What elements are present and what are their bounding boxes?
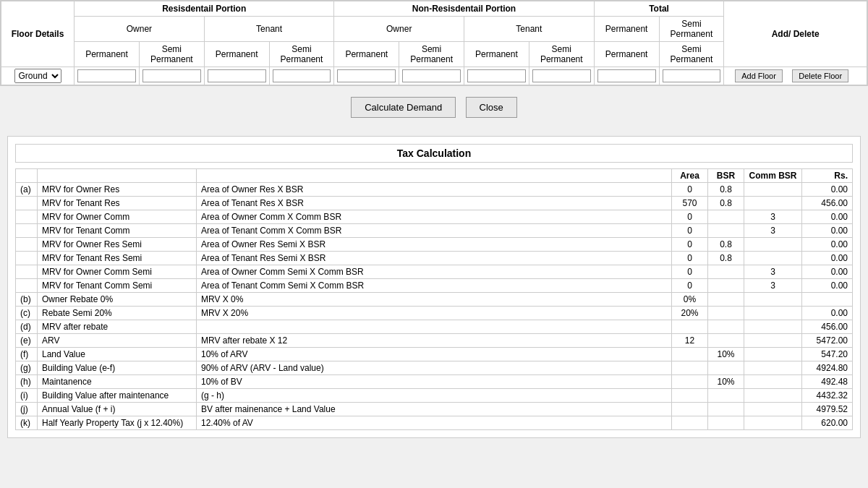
tax-row-bsr <box>708 334 744 348</box>
non-owner-semi-input[interactable]: 0 <box>402 69 461 82</box>
col-header-formula <box>197 169 672 183</box>
non-tenant-perm-input[interactable]: 0 <box>467 69 526 82</box>
res-tenant-perm-input[interactable]: 570 <box>208 69 266 82</box>
tax-row-rs: 4924.80 <box>802 361 853 375</box>
tax-row-bsr <box>708 293 744 307</box>
tax-row-area <box>672 416 708 430</box>
tax-row: (f)Land Value10% of ARV10%547.20 <box>16 348 853 361</box>
tax-row-formula: BV after mainenance + Land Value <box>197 403 672 416</box>
tax-row-desc: Maintanence <box>38 375 197 389</box>
tax-row-desc: Building Value (e-f) <box>38 361 197 375</box>
tax-row-desc: MRV for Tenant Res Semi <box>38 252 197 265</box>
tax-row: MRV for Owner Comm SemiArea of Owner Com… <box>16 265 853 279</box>
tax-row-rs: 547.20 <box>802 348 853 361</box>
tax-row-formula: Area of Tenant Comm Semi X Comm BSR <box>197 279 672 293</box>
floor-data-row: GroundFirstSecondThirdFourthFifth 0 0 57… <box>1 67 867 85</box>
tax-row-rs <box>802 293 853 307</box>
tax-row-comm-bsr <box>744 197 802 210</box>
total-perm-col-label: Permanent <box>594 42 659 67</box>
total-semi-input[interactable]: 0 <box>663 69 721 82</box>
tax-row-area: 0 <box>672 183 708 197</box>
tax-row-area: 20% <box>672 307 708 320</box>
add-floor-button[interactable]: Add Floor <box>735 69 783 82</box>
res-tenant-perm-label: Permanent <box>204 42 269 67</box>
tax-row-area <box>672 361 708 375</box>
tax-row-formula: Area of Tenant Res Semi X BSR <box>197 252 672 265</box>
total-semi-col-label: Semi Permanent <box>659 42 724 67</box>
tax-row-area <box>672 375 708 389</box>
tax-row-bsr: 0.8 <box>708 238 744 252</box>
tax-row-formula: Area of Tenant Comm X Comm BSR <box>197 224 672 238</box>
total-header: Total <box>594 1 724 17</box>
tax-row-area: 0 <box>672 265 708 279</box>
tax-row-formula: 12.40% of AV <box>197 416 672 430</box>
tax-row: (d)MRV after rebate456.00 <box>16 320 853 334</box>
tax-row-formula: Area of Tenant Res X BSR <box>197 197 672 210</box>
total-perm-input[interactable]: 570 <box>597 69 656 82</box>
tax-row-label: (f) <box>16 348 38 361</box>
tax-row-bsr <box>708 210 744 224</box>
tax-row: (i)Building Value after maintenance(g - … <box>16 389 853 403</box>
tax-row-label: (a) <box>16 183 38 197</box>
tax-row-bsr <box>708 416 744 430</box>
tax-row: (k)Half Yearly Property Tax (j x 12.40%)… <box>16 416 853 430</box>
tax-row-formula: Area of Owner Comm Semi X Comm BSR <box>197 265 672 279</box>
residential-header: Resisdentail Portion <box>75 1 334 17</box>
tax-row-bsr <box>708 389 744 403</box>
tax-row-rs: 0.00 <box>802 265 853 279</box>
res-owner-perm-label: Permanent <box>75 42 140 67</box>
total-semi-header: Semi Permanent <box>659 17 724 42</box>
col-header-area: Area <box>672 169 708 183</box>
tax-row: (e)ARVMRV after rebate X 12125472.00 <box>16 334 853 348</box>
button-section: Calculate Demand Close <box>0 86 868 129</box>
non-owner-header: Owner <box>334 17 464 42</box>
col-header-comm-bsr: Comm BSR <box>744 169 802 183</box>
floor-select[interactable]: GroundFirstSecondThirdFourthFifth <box>14 69 61 83</box>
tax-title: Tax Calculation <box>15 144 853 163</box>
tax-row-comm-bsr <box>744 252 802 265</box>
tax-row-bsr: 0.8 <box>708 197 744 210</box>
tax-row-label: (j) <box>16 403 38 416</box>
tax-row: (h)Maintanence10% of BV10%492.48 <box>16 375 853 389</box>
tax-row-formula: MRV after rebate X 12 <box>197 334 672 348</box>
tax-row-comm-bsr <box>744 416 802 430</box>
non-tenant-semi-label: Semi Permanent <box>529 42 594 67</box>
tax-row-formula: Area of Owner Res X BSR <box>197 183 672 197</box>
tax-row-rs: 0.00 <box>802 307 853 320</box>
tax-row-bsr <box>708 279 744 293</box>
tax-row-formula: 90% of ARV (ARV - Land value) <box>197 361 672 375</box>
non-owner-perm-input[interactable]: 0 <box>337 69 396 82</box>
tax-row: (a)MRV for Owner ResArea of Owner Res X … <box>16 183 853 197</box>
tax-row-label <box>16 279 38 293</box>
col-header-desc <box>38 169 197 183</box>
tax-row: MRV for Tenant Res SemiArea of Tenant Re… <box>16 252 853 265</box>
tax-row-label: (k) <box>16 416 38 430</box>
tax-row-comm-bsr <box>744 361 802 375</box>
tax-row-bsr <box>708 307 744 320</box>
calculate-demand-button[interactable]: Calculate Demand <box>351 97 456 118</box>
non-owner-perm-label: Permanent <box>334 42 399 67</box>
tax-row: MRV for Owner CommArea of Owner Comm X C… <box>16 210 853 224</box>
tax-row-comm-bsr <box>744 183 802 197</box>
tax-row-bsr <box>708 320 744 334</box>
add-delete-header: Add/ Delete <box>724 1 867 67</box>
tax-row-comm-bsr <box>744 334 802 348</box>
floor-details-table: Floor Details Resisdentail Portion Non-R… <box>1 1 867 85</box>
tax-row-rs: 0.00 <box>802 279 853 293</box>
tax-row-comm-bsr <box>744 320 802 334</box>
non-tenant-semi-input[interactable]: 0 <box>532 69 591 82</box>
tax-row-label <box>16 238 38 252</box>
tax-row-desc: Rebate Semi 20% <box>38 307 197 320</box>
close-button[interactable]: Close <box>466 97 517 118</box>
tax-row-comm-bsr <box>744 375 802 389</box>
res-tenant-semi-input[interactable]: 0 <box>273 69 331 82</box>
res-owner-semi-input[interactable]: 0 <box>142 69 201 82</box>
tax-calculation-section: Tax Calculation Area BSR Comm BSR Rs. (a… <box>7 136 861 438</box>
tax-row-comm-bsr <box>744 238 802 252</box>
tax-row-area: 12 <box>672 334 708 348</box>
tax-row-rs: 0.00 <box>802 183 853 197</box>
res-owner-perm-input[interactable]: 0 <box>77 69 136 82</box>
tax-row-desc: MRV for Owner Res <box>38 183 197 197</box>
tax-row-area <box>672 389 708 403</box>
delete-floor-button[interactable]: Delete Floor <box>792 69 848 82</box>
